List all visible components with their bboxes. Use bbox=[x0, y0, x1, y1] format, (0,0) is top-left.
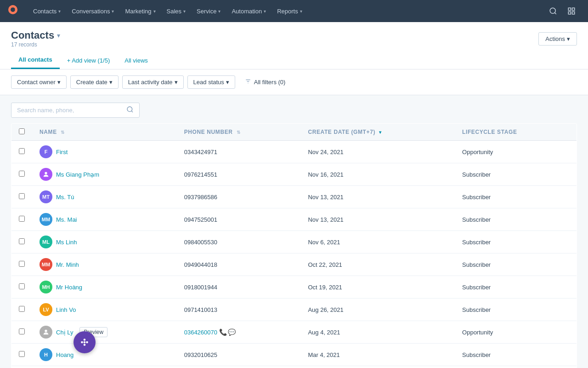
nav-automation[interactable]: Automation ▾ bbox=[226, 0, 271, 22]
create-date-cell: Nov 13, 2021 bbox=[300, 186, 455, 208]
row-checkbox-cell bbox=[11, 344, 33, 366]
table-row: MTMs. Tú0937986586Nov 13, 2021Subscriber bbox=[11, 186, 577, 208]
name-cell: MHMr Hoàng bbox=[32, 276, 177, 299]
nav-conversations[interactable]: Conversations ▾ bbox=[66, 0, 119, 22]
contact-name-link[interactable]: Ms Giang Phạm bbox=[56, 171, 99, 178]
svg-point-3 bbox=[15, 9, 17, 11]
all-filters-button[interactable]: All filters (0) bbox=[239, 75, 292, 89]
row-checkbox[interactable] bbox=[19, 216, 25, 222]
phone-sort-icon[interactable]: ⇅ bbox=[237, 130, 241, 135]
nav-marketing[interactable]: Marketing ▾ bbox=[119, 0, 161, 22]
phone-message-icon[interactable]: 💬 bbox=[228, 328, 236, 336]
svg-rect-7 bbox=[572, 8, 575, 10]
lifecycle-cell: Subscriber bbox=[455, 299, 577, 321]
svg-point-18 bbox=[81, 342, 83, 343]
marketplace-icon-btn[interactable] bbox=[562, 2, 581, 20]
avatar: ML bbox=[40, 236, 52, 248]
lead-status-filter[interactable]: Lead status ▾ bbox=[187, 75, 235, 89]
search-input[interactable] bbox=[17, 107, 126, 114]
avatar: LV bbox=[40, 303, 52, 316]
fab-button[interactable] bbox=[74, 331, 96, 353]
row-checkbox[interactable] bbox=[19, 351, 25, 357]
create-date-sort-icon[interactable]: ▾ bbox=[379, 130, 382, 135]
svg-rect-9 bbox=[572, 12, 575, 14]
nav-service-arrow: ▾ bbox=[218, 9, 220, 14]
top-nav: Contacts ▾ Conversations ▾ Marketing ▾ S… bbox=[0, 0, 588, 22]
lifecycle-cell: Subscriber bbox=[455, 366, 577, 368]
table-row: MMMs. Mai0947525001Nov 13, 2021Subscribe… bbox=[11, 208, 577, 231]
phone-cell: 0984005530 bbox=[177, 231, 301, 253]
row-checkbox-cell bbox=[11, 253, 33, 276]
row-checkbox[interactable] bbox=[19, 238, 25, 244]
search-submit-icon[interactable] bbox=[126, 106, 134, 115]
table-row: LVLinh Vo0971410013Aug 26, 2021Subscribe… bbox=[11, 299, 577, 321]
row-checkbox[interactable] bbox=[19, 261, 25, 267]
table-row: HHoang0932010625Mar 4, 2021Subscriber bbox=[11, 344, 577, 366]
page-title-dropdown-icon[interactable]: ▾ bbox=[57, 32, 60, 39]
actions-button[interactable]: Actions ▾ bbox=[538, 32, 577, 46]
row-checkbox-cell bbox=[11, 276, 33, 299]
contact-name-link[interactable]: First bbox=[56, 149, 68, 155]
tab-add-view[interactable]: + Add view (1/5) bbox=[60, 52, 118, 69]
create-date-cell: Oct 22, 2021 bbox=[300, 253, 455, 276]
contact-name-link[interactable]: Ms Linh bbox=[56, 239, 77, 246]
tab-all-contacts[interactable]: All contacts bbox=[11, 52, 60, 69]
avatar: MM bbox=[40, 213, 52, 226]
create-date-cell: Aug 4, 2021 bbox=[300, 321, 455, 344]
phone-cell: 0833261579 bbox=[177, 366, 301, 368]
row-checkbox[interactable] bbox=[19, 283, 25, 289]
table-row: FFirst0343424971Nov 24, 2021Opportunity bbox=[11, 141, 577, 163]
svg-point-4 bbox=[550, 8, 555, 13]
name-cell: Chị LyPreview bbox=[32, 321, 177, 344]
phone-call-icon[interactable]: 📞 bbox=[219, 328, 227, 336]
tab-all-views[interactable]: All views bbox=[117, 52, 155, 69]
last-activity-date-filter[interactable]: Last activity date ▾ bbox=[122, 75, 184, 89]
contact-owner-filter[interactable]: Contact owner ▾ bbox=[11, 75, 67, 89]
phone-cell: 0343424971 bbox=[177, 141, 301, 163]
lifecycle-cell: Opportunity bbox=[455, 321, 577, 344]
search-icon-btn[interactable] bbox=[544, 2, 562, 20]
create-date-filter[interactable]: Create date ▾ bbox=[70, 75, 119, 89]
row-checkbox[interactable] bbox=[19, 148, 25, 154]
row-checkbox[interactable] bbox=[19, 328, 25, 334]
contact-name-link[interactable]: Hoang bbox=[56, 351, 74, 358]
name-cell: MMMr. Minh bbox=[32, 253, 177, 276]
contact-name-link[interactable]: Chị Ly bbox=[56, 329, 73, 336]
phone-link[interactable]: 0364260070 bbox=[184, 329, 217, 336]
lifecycle-cell: Subscriber bbox=[455, 253, 577, 276]
table-header: NAME ⇅ PHONE NUMBER ⇅ CREATE DATE (GMT+7… bbox=[11, 124, 577, 141]
row-checkbox-cell bbox=[11, 186, 33, 208]
records-count: 17 records bbox=[11, 41, 60, 48]
table-row: MMMr. Minh0949044018Oct 22, 2021Subscrib… bbox=[11, 253, 577, 276]
svg-point-2 bbox=[12, 6, 14, 8]
contact-name-link[interactable]: Mr Hoàng bbox=[56, 284, 82, 291]
row-checkbox[interactable] bbox=[19, 306, 25, 312]
contact-name-link[interactable]: Ms. Mai bbox=[56, 216, 77, 223]
nav-marketing-arrow: ▾ bbox=[153, 9, 156, 14]
contact-name-link[interactable]: Linh Vo bbox=[56, 306, 76, 313]
row-checkbox-cell bbox=[11, 299, 33, 321]
contact-name-link[interactable]: Ms. Tú bbox=[56, 194, 74, 201]
create-date-cell: Nov 13, 2021 bbox=[300, 208, 455, 231]
row-checkbox[interactable] bbox=[19, 193, 25, 199]
select-all-checkbox[interactable] bbox=[19, 128, 25, 134]
hubspot-logo[interactable] bbox=[7, 4, 18, 18]
nav-service[interactable]: Service ▾ bbox=[191, 0, 226, 22]
avatar bbox=[40, 168, 52, 181]
row-checkbox[interactable] bbox=[19, 171, 25, 177]
create-date-cell: Oct 19, 2021 bbox=[300, 276, 455, 299]
name-cell: FFirst bbox=[32, 141, 177, 163]
name-sort-icon[interactable]: ⇅ bbox=[61, 130, 65, 135]
name-cell: MTMs. Tú bbox=[32, 186, 177, 208]
lifecycle-cell: Subscriber bbox=[455, 231, 577, 253]
contact-name-link[interactable]: Mr. Minh bbox=[56, 261, 79, 268]
lifecycle-cell: Subscriber bbox=[455, 186, 577, 208]
phone-cell: 0947525001 bbox=[177, 208, 301, 231]
svg-point-13 bbox=[127, 107, 132, 112]
nav-contacts[interactable]: Contacts ▾ bbox=[28, 0, 66, 22]
nav-sales[interactable]: Sales ▾ bbox=[161, 0, 192, 22]
create-date-cell: Aug 26, 2021 bbox=[300, 299, 455, 321]
nav-reports[interactable]: Reports ▾ bbox=[271, 0, 308, 22]
avatar: H bbox=[40, 348, 52, 361]
lifecycle-column-header: LIFECYCLE STAGE bbox=[455, 124, 577, 141]
